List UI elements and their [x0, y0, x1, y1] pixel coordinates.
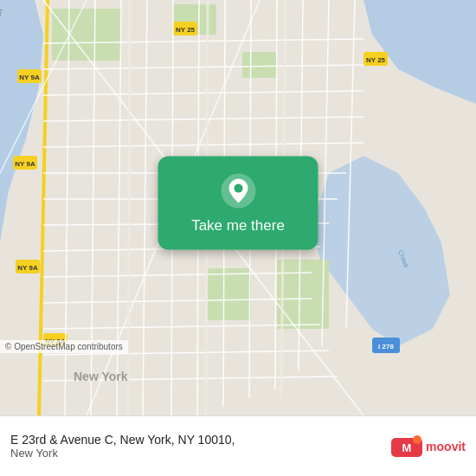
svg-point-60 [234, 184, 242, 193]
svg-text:NY 9A: NY 9A [19, 74, 40, 81]
svg-text:M: M [402, 441, 412, 454]
svg-text:NY 25: NY 25 [176, 26, 196, 34]
svg-text:NY 25: NY 25 [366, 56, 386, 64]
address-line: E 23rd & Avenue C, New York, NY 10010, [10, 433, 391, 447]
bottom-bar: E 23rd & Avenue C, New York, NY 10010, N… [0, 415, 476, 476]
svg-rect-7 [277, 260, 329, 329]
svg-rect-4 [52, 9, 121, 61]
moovit-logo: M moovit [391, 431, 466, 462]
location-pin-icon [219, 172, 257, 210]
svg-rect-8 [208, 268, 251, 320]
take-me-there-label: Take me there [191, 217, 285, 235]
moovit-logo-icon: M [391, 431, 422, 462]
copyright-text: © OpenStreetMap contributors [5, 342, 123, 351]
svg-text:I 278: I 278 [378, 343, 394, 351]
svg-rect-6 [242, 52, 277, 78]
city-line: New York [10, 447, 391, 460]
copyright-bar: © OpenStreetMap contributors [0, 340, 128, 353]
svg-line-53 [128, 0, 130, 415]
svg-text:New York: New York [74, 370, 128, 383]
take-me-there-button[interactable]: Take me there [158, 157, 318, 250]
svg-point-63 [413, 435, 421, 444]
map-container: NY 9A NY 9A NY 9A NY 25 NY 25 I 278 NY 9… [0, 0, 476, 415]
svg-text:NY 9A: NY 9A [17, 264, 38, 272]
address-info: E 23rd & Avenue C, New York, NY 10010, N… [10, 433, 391, 460]
svg-text:NY 9A: NY 9A [15, 160, 35, 168]
moovit-text: moovit [426, 440, 466, 453]
